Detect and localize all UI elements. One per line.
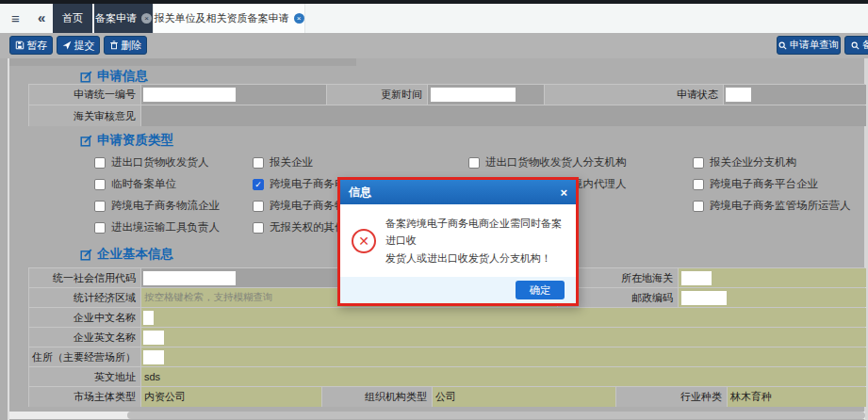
statistic-region-placeholder: 按空格键检索，支持模糊查询: [141, 291, 273, 304]
field-label: 住所（主要经营场所）: [29, 347, 140, 366]
field-label: 英文地址: [29, 367, 140, 386]
update-time-input[interactable]: [431, 88, 516, 102]
dialog-footer: 确定: [340, 277, 576, 303]
field-label: 企业中文名称: [29, 308, 140, 327]
tab-home[interactable]: 首页: [53, 4, 92, 33]
trash-icon: [109, 40, 119, 50]
checkbox-icon: [253, 201, 264, 212]
checkbox-icon: [693, 179, 704, 190]
section-title-enterprise-info: 企业基本信息: [80, 246, 173, 263]
dialog-title: 信息: [349, 185, 371, 201]
save-icon: [15, 40, 25, 50]
dialog-body: ✕ 备案跨境电子商务电商企业需同时备案进口收 发货人或进出口收发货人分支机构！: [340, 204, 576, 277]
search-icon: [778, 41, 787, 50]
update-time-cell: [427, 85, 544, 105]
message-dialog: 信息 × ✕ 备案跨境电子商务电商企业需同时备案进口收 发货人或进出口收发货人分…: [340, 180, 576, 303]
application-info-table: 申请统一编号 更新时间 申请状态 海关审核意见: [28, 84, 865, 126]
industry-value: 林木育种: [728, 390, 772, 404]
section-title-application-info: 申请信息: [80, 68, 148, 85]
edit-section-icon: [80, 249, 92, 261]
field-label: 行业种类: [615, 387, 727, 407]
customs-location-cell: [678, 268, 866, 287]
customs-location-input[interactable]: [681, 271, 712, 285]
org-type-value: 公司: [433, 390, 456, 404]
search-icon: [851, 41, 860, 50]
cb-cbec-logistics[interactable]: 跨境电子商务物流企业: [94, 199, 220, 213]
dialog-message: 备案跨境电子商务电商企业需同时备案进口收 发货人或进出口收发货人分支机构！: [385, 215, 565, 266]
checkbox-icon: [253, 222, 264, 234]
section-title-qualification-type: 申请资质类型: [80, 132, 173, 149]
checkbox-icon: [693, 201, 704, 212]
checkbox-icon: [94, 157, 106, 169]
application-number-input[interactable]: [143, 88, 236, 102]
org-type-cell: 公司: [432, 387, 615, 407]
address-cell: [140, 347, 866, 366]
toolbar: 暂存 提交 删除 申请单查询 备: [0, 33, 868, 58]
close-tab-icon[interactable]: ×: [294, 13, 304, 24]
tab-filing-application[interactable]: 备案申请 ×: [94, 4, 153, 33]
cb-customs-broker[interactable]: 报关企业: [253, 155, 313, 170]
app-status-cell: [723, 85, 866, 105]
cb-import-export-consignee[interactable]: 进出口货物收发货人: [94, 155, 209, 170]
market-entity-type-value: 内资公司: [141, 390, 186, 404]
checkbox-icon: [693, 157, 704, 169]
edit-section-icon: [80, 71, 92, 83]
checkbox-icon: [94, 179, 106, 190]
checkbox-icon: [468, 157, 480, 169]
cb-temporary-filing-unit[interactable]: 临时备案单位: [94, 177, 176, 191]
postcode-cell: [678, 288, 866, 307]
app-no-cell: [140, 85, 326, 105]
company-cn-name-input[interactable]: [143, 311, 154, 325]
field-label: 统一社会信用代码: [29, 268, 140, 287]
field-label: 申请统一编号: [29, 85, 140, 105]
scrollbar-thumb[interactable]: [127, 412, 865, 419]
field-label: 企业英文名称: [29, 328, 140, 347]
dialog-close-icon[interactable]: ×: [560, 186, 567, 200]
cn-name-cell: [140, 308, 866, 327]
address-input[interactable]: [143, 350, 164, 364]
error-circle-x-icon: ✕: [352, 229, 376, 253]
field-label: 市场主体类型: [29, 387, 140, 407]
application-query-button[interactable]: 申请单查询: [777, 36, 841, 55]
checkbox-icon: [94, 201, 106, 212]
panel-left-edge: [8, 58, 9, 420]
ok-button[interactable]: 确定: [516, 281, 565, 299]
field-label: 更新时间: [326, 85, 427, 105]
en-name-cell: [140, 328, 866, 347]
field-label: 统计经济区域: [29, 288, 140, 307]
field-label: 申请状态: [544, 85, 723, 105]
checkbox-icon: [253, 157, 264, 169]
cb-transport-tool-leader[interactable]: 进出境运输工具负责人: [94, 220, 220, 234]
close-tab-icon[interactable]: ×: [141, 13, 152, 24]
submit-button[interactable]: 提交: [57, 36, 100, 55]
checkbox-icon: [94, 222, 106, 234]
cb-consignee-branch[interactable]: 进出口货物收发货人分支机构: [468, 155, 627, 170]
tab-bar: ≡ « 首页 备案申请 × 报关单位及相关资质备案申请 ×: [0, 4, 868, 33]
filing-query-button-clipped[interactable]: 备: [844, 36, 868, 55]
cb-cbec-supervision-site-operator[interactable]: 跨境电子商务监管场所运营人: [693, 199, 851, 213]
tab-declaration-unit-filing[interactable]: 报关单位及相关资质备案申请 ×: [153, 4, 305, 33]
dialog-header: 信息 ×: [340, 180, 576, 204]
cb-broker-branch[interactable]: 报关企业分支机构: [693, 155, 796, 170]
en-address-value: sds: [141, 371, 160, 382]
field-label: 海关审核意见: [29, 105, 140, 126]
alert-highlight-border: 信息 × ✕ 备案跨境电子商务电商企业需同时备案进口收 发货人或进出口收发货人分…: [337, 177, 579, 306]
en-address-cell: sds: [140, 367, 866, 386]
market-entity-type-cell: 内资公司: [140, 387, 321, 407]
save-draft-button[interactable]: 暂存: [9, 36, 53, 55]
company-en-name-input[interactable]: [143, 331, 164, 345]
edit-section-icon: [80, 135, 92, 147]
industry-cell: 林木育种: [727, 387, 866, 407]
cb-cbec-platform[interactable]: 跨境电子商务平台企业: [693, 177, 818, 191]
field-label: 组织机构类型: [321, 387, 432, 407]
delete-button[interactable]: 删除: [104, 36, 147, 55]
postcode-input[interactable]: [681, 291, 727, 305]
uscc-input[interactable]: [143, 271, 236, 285]
panel-top-shade: [9, 58, 356, 66]
checkbox-icon: ✓: [253, 179, 264, 190]
send-icon: [62, 40, 72, 50]
hamburger-menu-icon[interactable]: ≡: [11, 10, 20, 26]
application-status-input[interactable]: [726, 88, 751, 102]
horizontal-scrollbar[interactable]: [9, 412, 865, 419]
collapse-tabs-icon[interactable]: «: [38, 9, 45, 25]
